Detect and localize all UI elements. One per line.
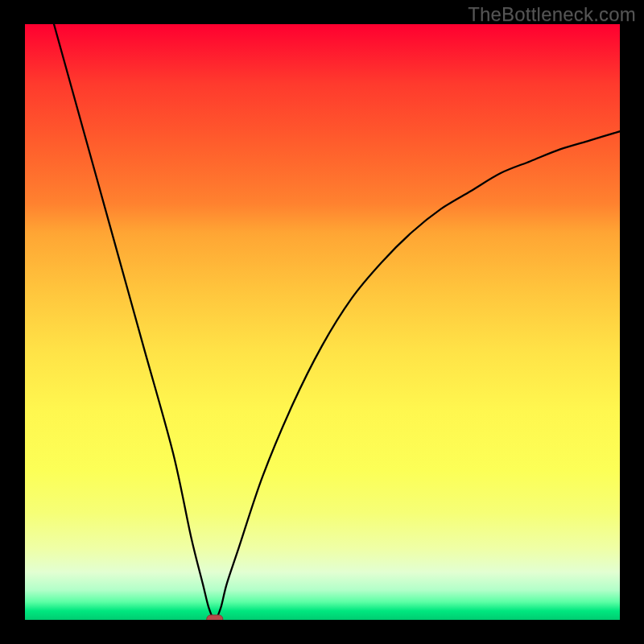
plot-area <box>24 24 620 620</box>
y-axis <box>24 24 25 620</box>
bottleneck-curve <box>24 24 620 620</box>
chart-frame: TheBottleneck.com <box>0 0 644 644</box>
watermark-text: TheBottleneck.com <box>468 3 636 26</box>
x-axis <box>24 620 620 621</box>
